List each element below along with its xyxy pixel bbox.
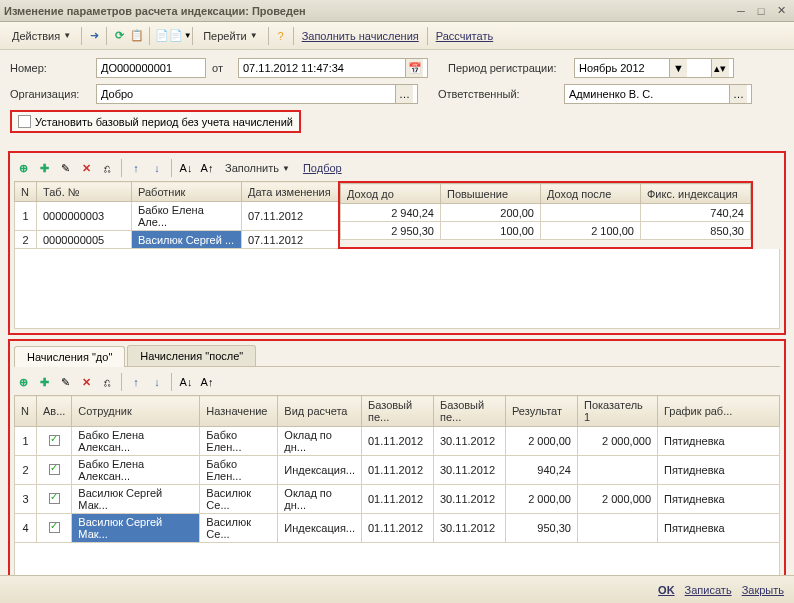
close-button[interactable]: Закрыть [742,584,784,596]
resp-label: Ответственный: [438,88,558,100]
table-row: 2 940,24200,00740,24 [341,204,751,222]
table-row: 20000000005Василюк Сергей ...07.11.2012 [15,231,340,249]
select-icon[interactable]: … [729,85,747,103]
fill-menu[interactable]: Заполнить▼ [219,159,296,177]
base-period-checkbox[interactable] [18,115,31,128]
resp-input[interactable]: Админенко В. С.… [564,84,752,104]
col-n[interactable]: N [15,182,37,202]
tab-before[interactable]: Начисления "до" [14,346,125,367]
footer: OK Записать Закрыть [0,575,794,603]
col-emp[interactable]: Работник [132,182,242,202]
date-input[interactable]: 07.11.2012 11:47:34📅 [238,58,428,78]
undo-icon[interactable]: ⎌ [98,159,116,177]
table-row: 10000000003Бабко Елена Але...07.11.2012 [15,202,340,231]
copy-icon[interactable]: 📋 [129,28,145,44]
edit-icon[interactable]: ✎ [56,373,74,391]
save-button[interactable]: Записать [685,584,732,596]
main-toolbar: Действия▼ ➜ ⟳ 📋 📄 📄▼ Перейти▼ ? Заполнит… [0,22,794,50]
col-raise[interactable]: Повышение [441,184,541,204]
table-row: 4Василюк Сергей Мак...Василюк Се...Индек… [15,514,780,543]
number-input[interactable]: ДО000000001 [96,58,206,78]
col-p1[interactable]: Показатель 1 [578,396,658,427]
col-b2[interactable]: Базовый пе... [434,396,506,427]
goto-menu[interactable]: Перейти▼ [197,27,264,45]
org-label: Организация: [10,88,90,100]
titlebar: Изменение параметров расчета индексации:… [0,0,794,22]
auto-checkbox[interactable] [49,493,60,504]
maximize-button[interactable]: □ [752,3,770,19]
table-row: 1Бабко Елена Алексан...Бабко Елен...Окла… [15,427,780,456]
select-icon[interactable]: … [395,85,413,103]
copy-row-icon[interactable]: ✚ [35,373,53,391]
table-row: 3Василюк Сергей Мак...Василюк Се...Оклад… [15,485,780,514]
add-icon[interactable]: ⊕ [14,159,32,177]
sort-asc-icon[interactable]: A↓ [177,373,195,391]
org-input[interactable]: Добро… [96,84,418,104]
period-label: Период регистрации: [448,62,568,74]
calc-link[interactable]: Рассчитать [432,30,497,42]
top-table-right[interactable]: Доход до Повышение Доход после Фикс. инд… [340,183,751,240]
sort-asc-icon[interactable]: A↓ [177,159,195,177]
col-auto[interactable]: Ав... [37,396,72,427]
add-icon[interactable]: ⊕ [14,373,32,391]
from-label: от [212,62,232,74]
col-income-after[interactable]: Доход после [541,184,641,204]
number-label: Номер: [10,62,90,74]
move-up-icon[interactable]: ↑ [127,373,145,391]
col-graph[interactable]: График раб... [658,396,780,427]
top-mini-toolbar: ⊕ ✚ ✎ ✕ ⎌ ↑ ↓ A↓ A↑ Заполнить▼ Подбор [14,157,780,181]
post-icon[interactable]: ➜ [86,28,102,44]
col-b1[interactable]: Базовый пе... [362,396,434,427]
calendar-icon[interactable]: 📅 [405,59,423,77]
delete-icon[interactable]: ✕ [77,159,95,177]
window-title: Изменение параметров расчета индексации:… [4,5,732,17]
minimize-button[interactable]: ─ [732,3,750,19]
select-link[interactable]: Подбор [299,162,346,174]
col-date[interactable]: Дата изменения [242,182,340,202]
base-period-checkbox-frame: Установить базовый период без учета начи… [10,110,301,133]
move-down-icon[interactable]: ↓ [148,159,166,177]
edit-icon[interactable]: ✎ [56,159,74,177]
actions-menu[interactable]: Действия▼ [6,27,77,45]
auto-checkbox[interactable] [49,435,60,446]
top-table-frame: ⊕ ✚ ✎ ✕ ⎌ ↑ ↓ A↓ A↑ Заполнить▼ Подбор N … [8,151,786,335]
undo-icon[interactable]: ⎌ [98,373,116,391]
col-res[interactable]: Результат [506,396,578,427]
col-tab[interactable]: Таб. № [37,182,132,202]
stepper-icon[interactable]: ▴▾ [711,59,729,77]
col-fix[interactable]: Фикс. индексация [641,184,751,204]
bottom-table[interactable]: N Ав... Сотрудник Назначение Вид расчета… [14,395,780,543]
doc2-icon[interactable]: 📄▼ [172,28,188,44]
move-down-icon[interactable]: ↓ [148,373,166,391]
help-icon[interactable]: ? [273,28,289,44]
col-ass[interactable]: Назначение [200,396,278,427]
col-income-before[interactable]: Доход до [341,184,441,204]
move-up-icon[interactable]: ↑ [127,159,145,177]
period-input[interactable]: Ноябрь 2012▼▴▾ [574,58,734,78]
copy-row-icon[interactable]: ✚ [35,159,53,177]
dropdown-icon[interactable]: ▼ [669,59,687,77]
delete-icon[interactable]: ✕ [77,373,95,391]
bottom-table-frame: Начисления "до" Начисления "после" ⊕ ✚ ✎… [8,339,786,593]
tab-after[interactable]: Начисления "после" [127,345,256,366]
close-button[interactable]: ✕ [772,3,790,19]
col-type[interactable]: Вид расчета [278,396,362,427]
col-emp[interactable]: Сотрудник [72,396,200,427]
table-row: 2 950,30100,002 100,00850,30 [341,222,751,240]
base-period-label: Установить базовый период без учета начи… [35,116,293,128]
auto-checkbox[interactable] [49,464,60,475]
sort-desc-icon[interactable]: A↑ [198,159,216,177]
fill-link[interactable]: Заполнить начисления [298,30,423,42]
auto-checkbox[interactable] [49,522,60,533]
top-table-left[interactable]: N Таб. № Работник Дата изменения 1000000… [14,181,340,249]
table-row: 2Бабко Елена Алексан...Бабко Елен...Инде… [15,456,780,485]
refresh-icon[interactable]: ⟳ [111,28,127,44]
sort-desc-icon[interactable]: A↑ [198,373,216,391]
ok-button[interactable]: OK [658,584,675,596]
bottom-mini-toolbar: ⊕ ✚ ✎ ✕ ⎌ ↑ ↓ A↓ A↑ [14,371,780,395]
col-n[interactable]: N [15,396,37,427]
